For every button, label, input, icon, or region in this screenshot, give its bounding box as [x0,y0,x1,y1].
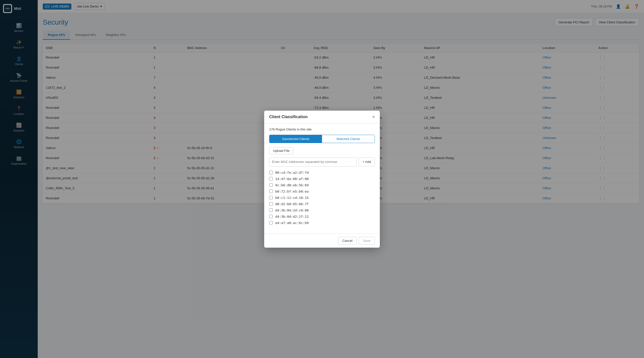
mac-list-item: 00:cd:fe:a2:d7:fd [269,170,375,175]
mac-address-value: 14:4f:8a:00:af:00 [275,177,309,181]
mac-list-item: b8:c1:11:cd:18:15 [269,195,375,200]
modal-body: 176 Rogue Clients in this site Sanctione… [264,123,380,234]
mac-address-value: d0:d2:b0:65:b6:7f [275,202,309,206]
mac-checkbox[interactable] [269,190,273,193]
mac-list-item: b0:72:bf:e5:b0:ea [269,189,375,194]
save-button[interactable]: Save [359,237,375,245]
mac-list-item: e4:a7:a0:ac:6c:b9 [269,220,375,226]
add-mac-button[interactable]: + Add [359,157,375,166]
modal-tabs: Sanctioned Clients Watched Clients [269,135,375,143]
upload-file-button[interactable]: Upload File [269,147,293,154]
modal-footer: Cancel Save [264,234,380,248]
mac-address-list: 00:cd:fe:a2:d7:fd 14:4f:8a:00:af:00 9c:b… [269,170,375,226]
cancel-button[interactable]: Cancel [338,237,357,245]
mac-address-value: b8:c1:11:cd:18:15 [275,196,309,200]
modal-header: Client Classification × [264,111,380,123]
mac-checkbox[interactable] [269,183,273,187]
mac-list-item: 14:4f:8a:00:af:00 [269,176,375,182]
modal-tab-sanctioned[interactable]: Sanctioned Clients [269,135,322,143]
mac-address-value: d4:3b:04:d2:2f:21 [275,215,309,218]
modal-title: Client Classification [269,115,308,119]
modal-close-button[interactable]: × [372,115,375,119]
mac-address-value: d4:3b:04:2d:c0:80 [275,208,309,212]
mac-list-item: d0:d2:b0:65:b6:7f [269,201,375,207]
mac-checkbox[interactable] [269,177,273,181]
modal-overlay: Client Classification × 176 Rogue Client… [0,0,644,358]
mac-checkbox[interactable] [269,208,273,212]
mac-checkbox[interactable] [269,171,273,174]
mac-checkbox[interactable] [269,196,273,199]
mac-list-item: 9c:b6:d0:eb:5b:69 [269,183,375,188]
mac-checkbox[interactable] [269,215,273,218]
mac-address-value: e4:a7:a0:ac:6c:b9 [275,221,309,225]
modal-tab-watched[interactable]: Watched Clients [322,135,375,143]
mac-address-input[interactable] [269,157,357,166]
mac-address-value: b0:72:bf:e5:b0:ea [275,190,309,193]
mac-list-item: d4:3b:04:2d:c0:80 [269,208,375,213]
mac-checkbox[interactable] [269,202,273,206]
mac-address-value: 9c:b6:d0:eb:5b:69 [275,183,309,187]
client-classification-modal: Client Classification × 176 Rogue Client… [264,111,380,248]
mac-input-row: + Add [269,157,375,166]
mac-list-item: d4:3b:04:d2:2f:21 [269,214,375,219]
rogue-count-label: 176 Rogue Clients in this site [269,127,375,131]
mac-address-value: 00:cd:fe:a2:d7:fd [275,171,309,174]
mac-checkbox[interactable] [269,221,273,225]
